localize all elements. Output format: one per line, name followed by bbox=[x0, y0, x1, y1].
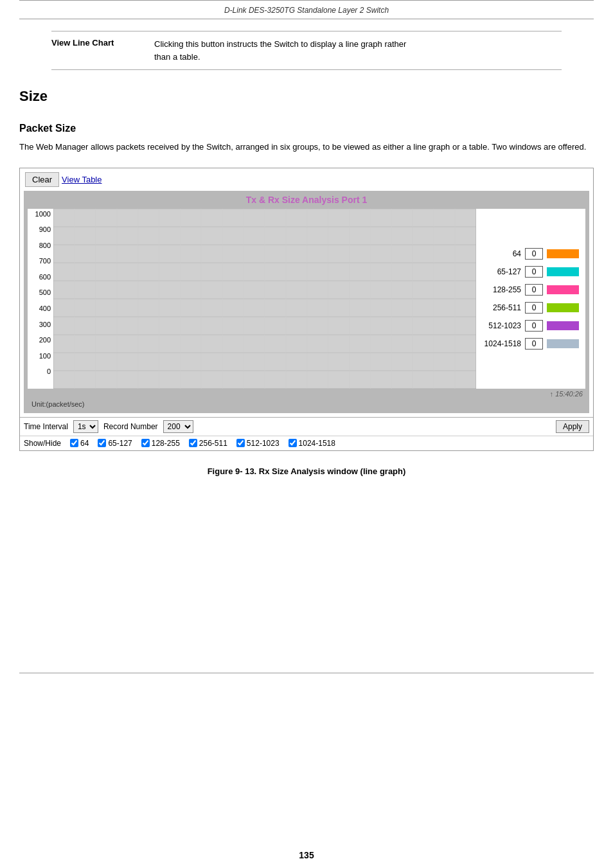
checkbox-512-1023[interactable] bbox=[236, 439, 245, 447]
checkbox-item-65-127[interactable]: 65-127 bbox=[98, 439, 132, 448]
legend-item-512-1023: 512-10230 bbox=[483, 320, 579, 332]
legend-value-65-127: 0 bbox=[525, 266, 543, 278]
checkbox-item-1024-1518[interactable]: 1024-1518 bbox=[289, 439, 335, 448]
y-label-900: 900 bbox=[39, 226, 51, 233]
description-text: The Web Manager allows packets received … bbox=[19, 141, 594, 154]
y-label-100: 100 bbox=[39, 352, 51, 360]
y-label-200: 200 bbox=[39, 336, 51, 344]
chart-y-axis: 1000 900 800 700 600 500 400 300 200 100… bbox=[28, 209, 53, 389]
legend-color-128-255 bbox=[547, 285, 579, 294]
chart-showhide: Show/Hide 64 65-127 128-255 256-511 512-… bbox=[20, 436, 593, 450]
info-desc-view-line-chart: Clicking this button instructs the Switc… bbox=[154, 38, 411, 63]
legend-label-64: 64 bbox=[483, 249, 521, 258]
legend-label-512-1023: 512-1023 bbox=[483, 321, 521, 330]
page-number: 135 bbox=[0, 845, 613, 868]
checkbox-item-512-1023[interactable]: 512-1023 bbox=[236, 439, 280, 448]
legend-item-65-127: 65-1270 bbox=[483, 266, 579, 278]
legend-value-256-511: 0 bbox=[525, 302, 543, 314]
record-number-label: Record Number bbox=[103, 422, 158, 431]
header-title: D-Link DES-3250TG Standalone Layer 2 Swi… bbox=[0, 1, 613, 19]
legend-item-256-511: 256-5110 bbox=[483, 302, 579, 314]
legend-color-64 bbox=[547, 249, 579, 258]
checkbox-128-255[interactable] bbox=[141, 439, 150, 447]
y-label-600: 600 bbox=[39, 273, 51, 281]
legend-label-1024-1518: 1024-1518 bbox=[483, 339, 521, 348]
chart-toolbar: Clear View Table bbox=[20, 168, 593, 191]
info-table: View Line Chart Clicking this button ins… bbox=[51, 31, 562, 70]
section-title: Size bbox=[19, 88, 594, 107]
record-number-select[interactable]: 200 100 50 bbox=[163, 420, 193, 433]
chart-title: Tx & Rx Size Analysis Port 1 bbox=[28, 195, 585, 205]
y-label-400: 400 bbox=[39, 305, 51, 312]
legend-value-1024-1518: 0 bbox=[525, 338, 543, 350]
legend-color-256-511 bbox=[547, 303, 579, 312]
time-interval-label: Time Interval bbox=[24, 422, 68, 431]
checkbox-item-256-511[interactable]: 256-511 bbox=[189, 439, 227, 448]
bottom-divider bbox=[19, 673, 594, 845]
y-label-1000: 1000 bbox=[35, 210, 51, 218]
chart-unit: Unit:(packet/sec) bbox=[28, 399, 585, 409]
chart-container: Clear View Table Tx & Rx Size Analysis P… bbox=[19, 168, 594, 451]
chart-legend-area: 64065-1270128-2550256-5110512-102301024-… bbox=[476, 209, 585, 389]
y-label-700: 700 bbox=[39, 257, 51, 265]
legend-color-512-1023 bbox=[547, 321, 579, 330]
y-label-500: 500 bbox=[39, 288, 51, 296]
legend-value-64: 0 bbox=[525, 248, 543, 260]
time-interval-select[interactable]: 1s 2s 5s bbox=[73, 420, 98, 433]
legend-value-512-1023: 0 bbox=[525, 320, 543, 332]
legend-item-64: 640 bbox=[483, 248, 579, 260]
figure-caption: Figure 9- 13. Rx Size Analysis window (l… bbox=[19, 466, 594, 476]
legend-label-256-511: 256-511 bbox=[483, 303, 521, 312]
spacer bbox=[0, 489, 613, 660]
y-label-300: 300 bbox=[39, 321, 51, 328]
apply-button[interactable]: Apply bbox=[556, 420, 589, 433]
chart-controls: Time Interval 1s 2s 5s Record Number 200… bbox=[20, 417, 593, 436]
chart-plot-area bbox=[53, 209, 476, 389]
checkbox-item-64[interactable]: 64 bbox=[70, 439, 89, 448]
showhide-label: Show/Hide bbox=[24, 439, 61, 448]
checkbox-item-128-255[interactable]: 128-255 bbox=[141, 439, 180, 448]
legend-item-1024-1518: 1024-15180 bbox=[483, 338, 579, 350]
page-wrapper: D-Link DES-3250TG Standalone Layer 2 Swi… bbox=[0, 0, 613, 868]
info-label-view-line-chart: View Line Chart bbox=[51, 38, 154, 48]
checkbox-256-511[interactable] bbox=[189, 439, 197, 447]
chart-body: 1000 900 800 700 600 500 400 300 200 100… bbox=[28, 209, 585, 389]
chart-inner: Tx & Rx Size Analysis Port 1 1000 900 80… bbox=[24, 191, 589, 413]
chart-timestamp: ↑ 15:40:26 bbox=[28, 389, 585, 399]
y-label-800: 800 bbox=[39, 242, 51, 249]
legend-color-1024-1518 bbox=[547, 339, 579, 348]
checkbox-64[interactable] bbox=[70, 439, 78, 447]
legend-label-65-127: 65-127 bbox=[483, 267, 521, 276]
clear-button[interactable]: Clear bbox=[25, 172, 59, 187]
legend-label-128-255: 128-255 bbox=[483, 285, 521, 294]
legend-value-128-255: 0 bbox=[525, 284, 543, 296]
subsection-title: Packet Size bbox=[19, 123, 594, 134]
legend-color-65-127 bbox=[547, 267, 579, 276]
checkbox-65-127[interactable] bbox=[98, 439, 106, 447]
header-divider bbox=[19, 19, 594, 19]
chart-grid-svg bbox=[53, 209, 476, 389]
checkbox-1024-1518[interactable] bbox=[289, 439, 297, 447]
y-label-0: 0 bbox=[47, 368, 51, 375]
view-table-button[interactable]: View Table bbox=[62, 175, 102, 184]
legend-item-128-255: 128-2550 bbox=[483, 284, 579, 296]
info-row-view-line-chart: View Line Chart Clicking this button ins… bbox=[51, 31, 562, 69]
